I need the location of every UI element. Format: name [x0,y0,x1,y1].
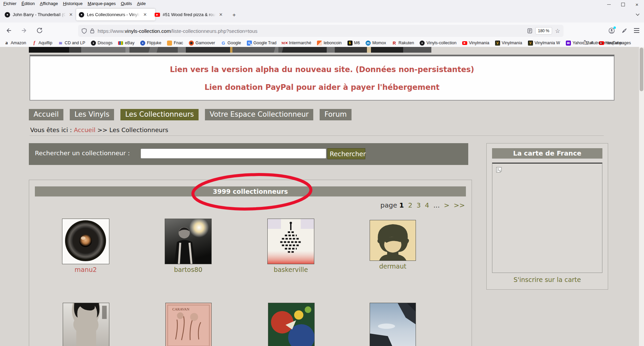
tab-john-barry[interactable]: John Barry - Thunderball (Origin ✕ [2,9,78,20]
v-shield-icon: V [495,41,500,46]
bookmark-star-icon[interactable]: ☆ [555,28,560,34]
nav-accueil[interactable]: Accueil [29,109,63,120]
menu-affichage[interactable]: Affichage [40,1,58,6]
nav-forum[interactable]: Forum [320,109,352,120]
alpha-site-link[interactable]: Lien vers la version alpha du nouveau si… [30,65,614,74]
scrollbar-thumb[interactable] [640,48,643,91]
minimize-icon [607,4,611,5]
menu-edition[interactable]: Édition [21,1,35,6]
menu-marque-pages[interactable]: Marque-pages [88,1,116,6]
reload-button[interactable] [34,25,45,36]
bookmark-label: Momox [372,41,386,45]
bookmark-momox[interactable]: mMomox [366,41,386,46]
bookmark-google-trad[interactable]: GGoogle Trad [247,41,277,46]
nav-les-vinyls[interactable]: Les Vinyls [70,109,114,120]
avatar-image[interactable] [267,219,314,264]
bookmark-discogs[interactable]: Discogs [91,41,112,46]
breadcrumb-home-link[interactable]: Accueil [74,126,95,133]
avatar-image[interactable] [165,219,212,264]
back-button[interactable] [3,25,14,36]
bookmark-flipjuke[interactable]: Flipjuke [140,41,161,46]
tab-title: #51 Wood fired pizza & routing [163,12,216,17]
tab-title: Les Collectionneurs - Vinyls-col [87,12,140,17]
bookmark-vinyls-collection[interactable]: Vinyls-collection [420,41,456,46]
bookmark-amazon[interactable]: aAmazon [4,41,26,46]
menu-hamburger-icon[interactable] [634,28,639,33]
tab-close-icon[interactable]: ✕ [69,12,73,17]
list-all-tabs-chevron-icon[interactable] [635,12,640,17]
collector-name-link[interactable]: baskerville [267,266,314,273]
lock-icon[interactable] [90,28,95,34]
collector-name-link[interactable]: dermaut [370,263,416,270]
avatar-image[interactable] [268,303,315,346]
bookmark-vinylmania[interactable]: VVinylmania [495,41,522,46]
other-bookmarks-button[interactable]: Autres marque-pages [584,39,631,47]
gamoover-icon [189,41,194,46]
zoom-level-indicator[interactable]: 180 % [535,27,552,35]
tab-youtube-video[interactable]: ▶ #51 Wood fired pizza & routing ✕ [152,9,230,20]
avatar-image[interactable] [63,303,109,346]
tab-close-icon[interactable]: ✕ [143,12,147,17]
paypal-donation-link[interactable]: Lien donation PayPal pour aider à payer … [30,83,614,92]
collector-card: CARAVAN [165,303,212,346]
close-icon: × [636,2,639,7]
collector-name-link[interactable]: manu2 [62,266,109,273]
site-navigation: Accueil Les Vinyls Les Collectionneurs V… [29,109,352,120]
page-scrollbar[interactable] [639,47,644,346]
search-button[interactable]: Rechercher [327,148,365,159]
breadcrumb-current: Les Collectionneurs [109,126,168,133]
menu-fichier[interactable]: Fichier [3,1,16,6]
new-tab-button[interactable]: + [230,11,238,19]
bookmark-vinylmania-yt[interactable]: ▶Vinylmania [462,41,489,45]
bookmark-label: Intermarché [289,41,311,45]
bookmark-gamoover[interactable]: Gamoover [189,41,215,46]
bookmark-cdandlp[interactable]: ≋CD and LP [58,41,85,46]
folder-icon [584,41,589,45]
reader-mode-icon[interactable] [527,28,532,34]
ebay-icon [118,41,123,45]
bookmark-label: leboncoin [324,41,342,45]
pagination-last[interactable]: >> [453,201,465,209]
pagination-page-2[interactable]: 2 [408,201,413,209]
nav-votre-espace[interactable]: Votre Espace Collectionneur [205,109,313,120]
avatar-image[interactable] [370,303,416,346]
avatar-image[interactable] [370,220,416,261]
search-input[interactable] [141,149,326,159]
account-icon[interactable] [608,27,615,34]
bookmark-rakuten[interactable]: RRakuten [392,41,414,46]
v-shield-icon: V [528,41,533,46]
bookmark-ebay[interactable]: eBay [118,41,135,45]
bookmark-leboncoin[interactable]: leboncoin [317,41,342,46]
pagination-next[interactable]: > [444,201,449,209]
bookmark-fnac[interactable]: Fnac [167,41,183,46]
tab-les-collectionneurs[interactable]: Les Collectionneurs - Vinyls-col ✕ [76,9,155,20]
bookmark-label: Aquiflip [39,41,52,45]
avatar-image[interactable] [62,219,109,264]
restore-icon [621,3,625,6]
menu-outils[interactable]: Outils [121,1,132,6]
bookmark-label: Vinylmania [469,41,489,45]
url-bar[interactable]: https://www.vinyls-collection.com/liste-… [78,25,564,37]
nav-les-collectionneurs[interactable]: Les Collectionneurs [120,109,199,120]
collector-card: bartos80 [165,219,212,273]
bookmark-label: Vinyls-collection [426,41,456,45]
pagination-page-4[interactable]: 4 [425,201,429,209]
bookmark-m6[interactable]: 6M6 [347,41,360,46]
flipjuke-icon [140,41,145,46]
extensions-icon[interactable] [622,28,627,34]
menu-historique[interactable]: Historique [63,1,83,6]
url-text[interactable]: https://www.vinyls-collection.com/liste-… [98,28,524,34]
menu-aide[interactable]: Aide [137,1,146,6]
register-on-map-link[interactable]: S'inscrire sur la carte [487,276,608,283]
shield-icon[interactable] [82,28,87,34]
bookmark-intermarche[interactable]: M✕Intermarché [282,41,311,46]
bookmark-google[interactable]: GGoogle [221,41,241,46]
collector-name-link[interactable]: bartos80 [165,266,212,273]
pagination-page-3[interactable]: 3 [417,201,421,209]
avatar-image[interactable]: CARAVAN [165,303,212,346]
collector-card [268,303,315,346]
forward-button[interactable] [19,25,30,36]
bookmark-vinylmania-w[interactable]: VVinylmania W [528,41,560,46]
bookmark-aquiflip[interactable]: fAquiflip [32,41,52,46]
tab-close-icon[interactable]: ✕ [219,12,223,17]
